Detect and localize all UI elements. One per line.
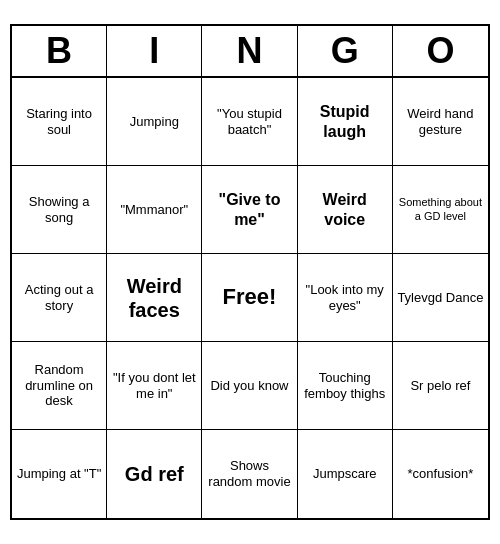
bingo-cell-8: Weird voice (298, 166, 393, 254)
bingo-cell-1: Jumping (107, 78, 202, 166)
bingo-cell-21: Gd ref (107, 430, 202, 518)
bingo-cell-0: Staring into soul (12, 78, 107, 166)
bingo-cell-9: Something about a GD level (393, 166, 488, 254)
bingo-cell-6: "Mmmanor" (107, 166, 202, 254)
header-letter-o: O (393, 26, 488, 76)
bingo-cell-3: Stupid laugh (298, 78, 393, 166)
bingo-cell-16: "If you dont let me in" (107, 342, 202, 430)
bingo-grid: Staring into soulJumping"You stupid baat… (12, 78, 488, 518)
bingo-cell-22: Shows random movie (202, 430, 297, 518)
bingo-cell-18: Touching femboy thighs (298, 342, 393, 430)
header-letter-g: G (298, 26, 393, 76)
bingo-cell-2: "You stupid baatch" (202, 78, 297, 166)
bingo-cell-4: Weird hand gesture (393, 78, 488, 166)
bingo-cell-13: "Look into my eyes" (298, 254, 393, 342)
bingo-cell-15: Random drumline on desk (12, 342, 107, 430)
bingo-cell-10: Acting out a story (12, 254, 107, 342)
bingo-cell-11: Weird faces (107, 254, 202, 342)
bingo-cell-5: Showing a song (12, 166, 107, 254)
bingo-cell-14: Tylevgd Dance (393, 254, 488, 342)
header-letter-i: I (107, 26, 202, 76)
bingo-cell-20: Jumping at "T" (12, 430, 107, 518)
bingo-cell-12: Free! (202, 254, 297, 342)
bingo-board: BINGO Staring into soulJumping"You stupi… (10, 24, 490, 520)
bingo-cell-24: *confusion* (393, 430, 488, 518)
header-letter-n: N (202, 26, 297, 76)
bingo-cell-17: Did you know (202, 342, 297, 430)
bingo-cell-19: Sr pelo ref (393, 342, 488, 430)
bingo-cell-23: Jumpscare (298, 430, 393, 518)
bingo-header: BINGO (12, 26, 488, 78)
header-letter-b: B (12, 26, 107, 76)
bingo-cell-7: "Give to me" (202, 166, 297, 254)
